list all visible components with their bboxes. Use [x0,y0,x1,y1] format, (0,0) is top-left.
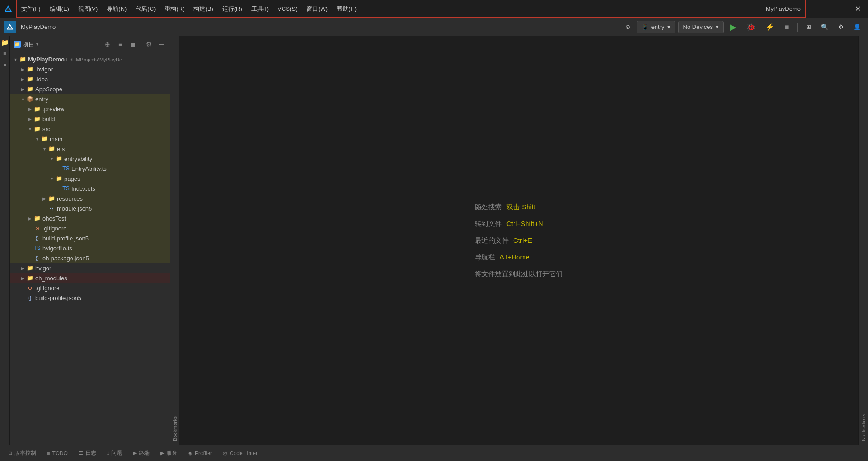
menu-refactor[interactable]: 重构(R) [160,0,189,17]
settings-gear-button[interactable]: ⊙ [622,21,634,33]
gitignore-entry-label: .gitignore [42,225,66,232]
device-selector[interactable]: No Devices ▾ [678,21,724,33]
project-settings-button[interactable]: ⚙ [144,39,154,49]
main-folder-icon: 📁 [41,135,48,142]
collapse-all-button[interactable]: ≡ [115,39,125,49]
src-arrow: ▾ [26,125,33,132]
right-sidebar: Notifications [858,36,868,445]
tab-todo[interactable]: ≡ TODO [42,447,72,460]
tree-item-build-profile[interactable]: ▶ {} build-profile.json5 [10,233,170,243]
app-logo [0,0,16,18]
tree-item-idea[interactable]: ▶ 📁 .idea [10,74,170,84]
bookmarks-label[interactable]: Bookmarks [172,413,178,445]
notifications-label[interactable]: Notifications [861,410,866,445]
bottom-bar: ⊞ 版本控制 ≡ TODO ☰ 日志 ℹ 问题 ▶ 终端 ▶ 服务 ◉ Prof… [0,445,868,461]
expand-all-button[interactable]: ≣ [128,39,138,49]
tree-item-build-profile-root[interactable]: ▶ {} build-profile.json5 [10,293,170,303]
menu-tools[interactable]: 工具(I) [247,0,273,17]
no-devices-label: No Devices [683,24,713,30]
tree-item-resources[interactable]: ▶ 📁 resources [10,193,170,203]
project-view-icon[interactable]: 📁 [0,38,9,47]
code-linter-icon: ◎ [223,450,227,456]
tree-item-ets[interactable]: ▾ 📁 ets [10,144,170,154]
stop-button[interactable]: ◼ [781,21,793,33]
menu-help[interactable]: 帮助(H) [332,0,361,17]
tree-item-src[interactable]: ▾ 📁 src [10,124,170,134]
tree-item-entry[interactable]: ▾ 📦 entry [10,94,170,104]
tab-services[interactable]: ▶ 服务 [156,447,182,460]
build-profile-label: build-profile.json5 [42,235,89,242]
tab-code-linter[interactable]: ◎ Code Linter [218,447,262,460]
project-title-area: 📁 项目 ▾ [14,40,100,48]
menu-code[interactable]: 代码(C) [131,0,160,17]
tree-item-appscope[interactable]: ▶ 📁 AppScope [10,84,170,94]
hint-search-shortcut: 双击 Shift [506,203,535,212]
tree-root[interactable]: ▾ 📁 MyPlayDemo E:\HMProjects\MyPlayDe... [10,54,170,64]
run-button[interactable]: ▶ [726,21,740,33]
main-area: 📁 ≡ ★ 📁 项目 ▾ ⊕ ≡ ≣ ⚙ ─ ▾ 📁 [0,36,868,445]
account-button[interactable]: 👤 [850,21,864,33]
hint-goto-file-text: 转到文件 [475,220,502,228]
tree-item-gitignore-entry[interactable]: ▶ ⊙ .gitignore [10,223,170,233]
appscope-arrow: ▶ [19,85,26,93]
tab-profiler[interactable]: ◉ Profiler [184,447,217,460]
tree-item-pages[interactable]: ▾ 📁 pages [10,174,170,183]
tree-item-hvigor-root[interactable]: ▶ 📁 hvigor [10,263,170,273]
editor-area[interactable]: 随处搜索 双击 Shift 转到文件 Ctrl+Shift+N 最近的文件 Ct… [179,36,858,445]
tree-item-main[interactable]: ▾ 📁 main [10,134,170,144]
menu-run[interactable]: 运行(R) [218,0,247,17]
tree-item-index-ets[interactable]: ▶ TS Index.ets [10,183,170,193]
menu-vcs[interactable]: VCS(S) [273,0,302,17]
entry-label: entry [35,96,48,103]
tree-item-hvigor[interactable]: ▶ 📁 .hvigor [10,64,170,74]
tab-version-control[interactable]: ⊞ 版本控制 [4,447,41,460]
entry-folder-icon: 📦 [26,95,33,103]
tab-terminal[interactable]: ▶ 终端 [128,447,154,460]
close-button[interactable]: ✕ [847,0,868,18]
tree-item-preview[interactable]: ▶ 📁 .preview [10,104,170,114]
tab-terminal-label: 终端 [139,449,150,457]
project-dropdown-icon[interactable]: ▾ [36,42,38,47]
tree-item-oh-modules[interactable]: ▶ 📁 oh_modules [10,273,170,283]
structure-icon[interactable]: ≡ [0,49,9,58]
debug-button[interactable]: 🐞 [743,21,759,33]
tree-item-hvigorfile-ts[interactable]: ▶ TS hvigorfile.ts [10,243,170,253]
tree-item-oh-package[interactable]: ▶ {} oh-package.json5 [10,253,170,263]
favorites-icon[interactable]: ★ [0,60,9,69]
titlebar: 文件(F) 编辑(E) 视图(V) 导航(N) 代码(C) 重构(R) 构建(B… [0,0,868,18]
settings-button[interactable]: ⚙ [835,21,847,33]
oh-package-icon: {} [33,254,41,262]
menu-edit[interactable]: 编辑(E) [45,0,74,17]
title-controls: ─ □ ✕ [806,0,868,18]
toolbar-divider-1 [797,23,798,32]
menu-view[interactable]: 视图(V) [74,0,102,17]
tree-item-module-json5[interactable]: ▶ {} module.json5 [10,203,170,213]
resources-folder-icon: 📁 [48,195,55,202]
maximize-button[interactable]: □ [826,0,847,18]
version-control-icon: ⊞ [8,450,12,456]
project-header: 📁 项目 ▾ ⊕ ≡ ≣ ⚙ ─ [10,36,170,52]
tree-item-ohostest[interactable]: ▶ 📁 ohosTest [10,213,170,223]
entry-selector[interactable]: 📱 entry ▾ [637,21,675,33]
entryability-ts-icon: TS [62,165,70,172]
tab-log[interactable]: ☰ 日志 [74,447,101,460]
hint-navbar-shortcut: Alt+Home [500,253,529,261]
left-icon-strip: 📁 ≡ ★ [0,36,10,445]
minimize-button[interactable]: ─ [806,0,826,18]
tree-item-build[interactable]: ▶ 📁 build [10,114,170,124]
menu-build[interactable]: 构建(B) [189,0,217,17]
tree-item-gitignore-root[interactable]: ▶ ⊙ .gitignore [10,283,170,293]
menu-file[interactable]: 文件(F) [17,0,45,17]
menu-window[interactable]: 窗口(W) [302,0,332,17]
profile-button[interactable]: ⊞ [802,21,815,33]
tree-item-entryability-ts[interactable]: ▶ TS EntryAbility.ts [10,164,170,174]
search-button[interactable]: 🔍 [817,21,832,33]
add-file-button[interactable]: ⊕ [103,39,113,49]
tab-problems[interactable]: ℹ 问题 [103,447,127,460]
close-panel-button[interactable]: ─ [156,39,166,49]
tree-item-entryability[interactable]: ▾ 📁 entryability [10,154,170,164]
toolbar: MyPlayDemo ⊙ 📱 entry ▾ No Devices ▾ ▶ 🐞 … [0,18,868,36]
menu-navigate[interactable]: 导航(N) [102,0,131,17]
attach-debug-button[interactable]: ⚡ [762,21,778,33]
oh-modules-folder-icon: 📁 [26,274,33,282]
